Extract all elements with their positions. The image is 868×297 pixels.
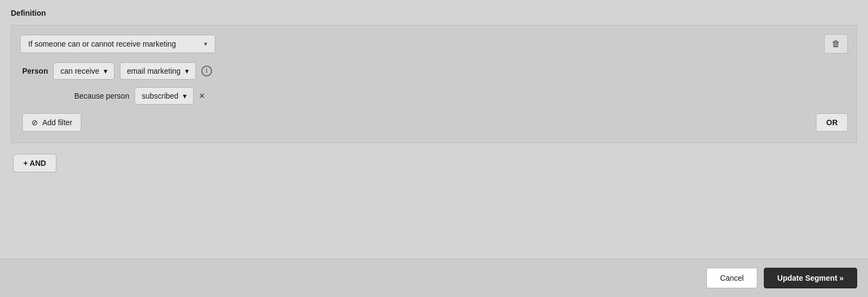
person-label: Person [22, 67, 48, 75]
main-container: Definition If someone can or cannot rece… [0, 0, 868, 297]
can-receive-value: can receive [60, 67, 99, 75]
update-label: Update Segment » [777, 274, 844, 282]
or-label: OR [826, 118, 838, 127]
or-button[interactable]: OR [816, 113, 848, 132]
and-label: + AND [23, 159, 46, 167]
cancel-label: Cancel [720, 274, 744, 282]
filter-icon: ⊘ [31, 118, 38, 127]
definition-section: Definition If someone can or cannot rece… [0, 0, 868, 259]
subscribed-chevron: ▾ [183, 92, 187, 100]
trash-icon: 🗑 [832, 39, 840, 49]
info-label: i [206, 67, 207, 75]
because-person-row: Because person subscribed ▾ × [20, 87, 848, 105]
condition-dropdown-text: If someone can or cannot receive marketi… [28, 40, 176, 48]
definition-card: If someone can or cannot receive marketi… [11, 25, 857, 143]
add-filter-button[interactable]: ⊘ Add filter [22, 113, 81, 132]
delete-button[interactable]: 🗑 [824, 34, 848, 54]
and-button[interactable]: + AND [13, 154, 56, 172]
condition-dropdown[interactable]: If someone can or cannot receive marketi… [20, 35, 215, 53]
subscribed-value: subscribed [142, 92, 178, 100]
subscribed-dropdown[interactable]: subscribed ▾ [135, 87, 194, 105]
person-row: Person can receive ▾ email marketing ▾ i [20, 62, 848, 80]
and-section: + AND [11, 154, 857, 172]
email-marketing-value: email marketing [127, 67, 181, 75]
cancel-button[interactable]: Cancel [706, 268, 757, 288]
info-icon[interactable]: i [201, 66, 212, 76]
definition-title: Definition [11, 9, 857, 17]
actions-row: ⊘ Add filter OR [20, 113, 848, 132]
footer-section: Cancel Update Segment » [0, 259, 868, 297]
because-label: Because person [74, 92, 129, 100]
can-receive-chevron: ▾ [104, 67, 107, 75]
condition-dropdown-chevron: ▾ [204, 40, 207, 48]
email-marketing-chevron: ▾ [185, 67, 189, 75]
update-segment-button[interactable]: Update Segment » [764, 268, 857, 288]
email-marketing-dropdown[interactable]: email marketing ▾ [120, 62, 196, 80]
card-header: If someone can or cannot receive marketi… [20, 34, 848, 54]
add-filter-label: Add filter [42, 118, 72, 127]
can-receive-dropdown[interactable]: can receive ▾ [53, 62, 114, 80]
close-icon[interactable]: × [199, 91, 205, 101]
